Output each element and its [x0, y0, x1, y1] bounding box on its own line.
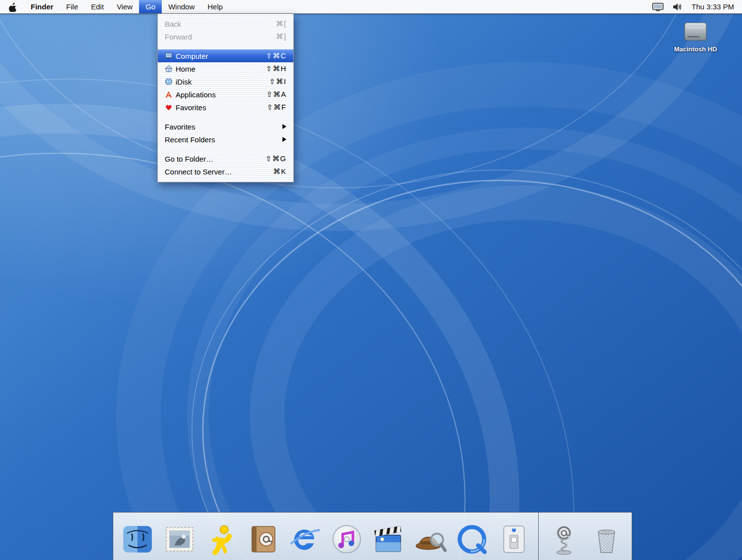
- menubar-item-help[interactable]: Help: [201, 0, 230, 13]
- menu-item-label: Applications: [176, 90, 216, 99]
- menu-item-favorites[interactable]: Favorites ⇧⌘F: [158, 101, 293, 114]
- menu-item-label: Back: [165, 20, 181, 28]
- computer-icon: [165, 52, 176, 60]
- menu-item-shortcut: ⇧⌘F: [267, 103, 286, 112]
- go-menu-panel: Back ⌘[ Forward ⌘] Computer ⇧⌘C: [157, 14, 294, 182]
- at-spring-dockling-icon[interactable]: [546, 519, 582, 556]
- menu-item-label: Home: [176, 65, 195, 73]
- desktop: Finder File Edit View Go Window Help Thu…: [0, 0, 742, 560]
- menu-separator: [158, 114, 293, 120]
- volume-menu-icon[interactable]: [673, 2, 683, 11]
- imovie-clapper-icon[interactable]: [370, 519, 407, 556]
- home-icon: [165, 65, 176, 73]
- submenu-arrow-icon: [282, 137, 286, 142]
- menu-item-go-to-folder[interactable]: Go to Folder… ⇧⌘G: [158, 152, 293, 165]
- menu-item-shortcut: ⌘[: [276, 19, 286, 28]
- menubar-item-window[interactable]: Window: [162, 0, 201, 13]
- trash-basket-icon[interactable]: [588, 519, 625, 556]
- menu-item-recent-folders[interactable]: Recent Folders: [158, 133, 293, 146]
- dock-apps-section: [113, 513, 538, 560]
- idisk-globe-icon: [165, 78, 176, 86]
- menu-item-computer[interactable]: Computer ⇧⌘C: [158, 49, 293, 62]
- menu-item-shortcut: ⇧⌘C: [266, 51, 286, 60]
- dock: [113, 512, 632, 560]
- apple-menu[interactable]: [0, 0, 24, 13]
- dock-docklings-section: [539, 513, 632, 560]
- address-book-icon[interactable]: [245, 519, 281, 556]
- mail-stamp-icon[interactable]: [161, 519, 198, 556]
- volume-label: Macintosh HD: [674, 45, 717, 53]
- menu-item-shortcut: ⌘K: [273, 167, 286, 176]
- menu-item-label: Forward: [165, 33, 192, 41]
- menu-item-home[interactable]: Home ⇧⌘H: [158, 62, 293, 75]
- menu-item-shortcut: ⇧⌘A: [266, 90, 286, 99]
- menu-item-shortcut: ⇧⌘G: [266, 154, 286, 163]
- menu-item-shortcut: ⇧⌘I: [269, 77, 286, 86]
- aim-running-man-icon[interactable]: [203, 519, 239, 556]
- menu-item-label: Connect to Server…: [165, 168, 232, 176]
- menu-item-applications[interactable]: Applications ⇧⌘A: [158, 88, 293, 101]
- menu-item-connect-to-server[interactable]: Connect to Server… ⌘K: [158, 165, 293, 178]
- menu-item-label: iDisk: [176, 78, 192, 86]
- menubar-item-file[interactable]: File: [60, 0, 85, 13]
- itunes-disc-icon[interactable]: [328, 519, 365, 556]
- macintosh-hd-desktop-icon[interactable]: Macintosh HD: [668, 21, 723, 53]
- menu-item-back: Back ⌘[: [158, 17, 293, 30]
- menu-item-shortcut: ⇧⌘H: [266, 64, 286, 73]
- menu-item-shortcut: ⌘]: [276, 32, 286, 41]
- menu-item-label: Go to Folder…: [165, 155, 213, 163]
- internet-explorer-icon[interactable]: [286, 519, 323, 556]
- menubar-item-finder[interactable]: Finder: [24, 0, 60, 13]
- quicktime-icon[interactable]: [454, 519, 490, 556]
- aqua-wallpaper: [0, 0, 742, 560]
- submenu-arrow-icon: [282, 124, 286, 129]
- menu-separator: [158, 43, 293, 49]
- menu-item-idisk[interactable]: iDisk ⇧⌘I: [158, 75, 293, 88]
- menu-item-label: Recent Folders: [165, 135, 215, 144]
- menu-item-favorites-submenu[interactable]: Favorites: [158, 120, 293, 133]
- favorites-heart-icon: [165, 103, 176, 111]
- apple-logo-icon: [9, 2, 17, 12]
- menu-bar: Finder File Edit View Go Window Help Thu…: [0, 0, 742, 14]
- applications-icon: [165, 90, 176, 98]
- menubar-item-view[interactable]: View: [110, 0, 139, 13]
- menubar-clock[interactable]: Thu 3:33 PM: [692, 2, 734, 11]
- displays-menu-icon[interactable]: [652, 2, 664, 11]
- menu-separator: [158, 146, 293, 152]
- system-preferences-icon[interactable]: [496, 519, 532, 556]
- finder-icon[interactable]: [119, 519, 156, 556]
- hard-drive-icon: [681, 21, 710, 43]
- menu-item-label: Favorites: [165, 123, 195, 131]
- sherlock-hat-icon[interactable]: [412, 519, 449, 556]
- menu-item-label: Computer: [176, 52, 208, 60]
- menubar-item-edit[interactable]: Edit: [85, 0, 110, 13]
- menu-item-label: Favorites: [176, 103, 206, 112]
- menu-item-forward: Forward ⌘]: [158, 30, 293, 43]
- menubar-item-go[interactable]: Go: [139, 0, 162, 13]
